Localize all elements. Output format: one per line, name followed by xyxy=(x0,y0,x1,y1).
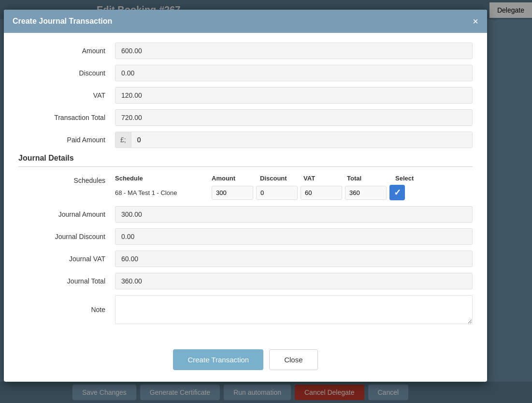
journal-vat-label: Journal VAT xyxy=(18,255,115,263)
journal-amount-label: Journal Amount xyxy=(18,210,115,218)
schedule-header-total: Total xyxy=(347,175,395,182)
modal-title: Create Journal Transaction xyxy=(13,17,112,26)
schedule-header-vat: VAT xyxy=(303,175,347,182)
amount-row: Amount xyxy=(18,43,473,59)
amount-input[interactable] xyxy=(115,43,473,59)
schedule-discount-input[interactable] xyxy=(256,186,298,200)
schedule-data-row: 68 - MA Test 1 - Clone ✓ xyxy=(115,185,473,200)
journal-amount-input[interactable] xyxy=(115,206,473,223)
vat-input[interactable] xyxy=(115,87,473,104)
modal-close-button[interactable]: × xyxy=(473,16,478,26)
paid-amount-prefix: £; xyxy=(115,132,131,148)
journal-vat-row: Journal VAT xyxy=(18,251,473,267)
paid-amount-input[interactable] xyxy=(131,132,472,148)
journal-discount-row: Journal Discount xyxy=(18,228,473,245)
vat-label: VAT xyxy=(18,91,115,99)
note-row: Note xyxy=(18,295,473,324)
journal-vat-input[interactable] xyxy=(115,251,473,267)
schedule-header-amount: Amount xyxy=(212,175,260,182)
note-label: Note xyxy=(18,306,115,313)
create-journal-transaction-modal: Create Journal Transaction × Amount Disc… xyxy=(4,10,487,382)
vat-row: VAT xyxy=(18,87,473,104)
note-textarea[interactable] xyxy=(115,295,473,324)
close-button[interactable]: Close xyxy=(269,349,317,370)
transaction-total-row: Transaction Total xyxy=(18,109,473,126)
paid-amount-label: Paid Amount xyxy=(18,136,115,144)
schedule-amount-input[interactable] xyxy=(212,186,253,200)
journal-details-title: Journal Details xyxy=(18,154,473,163)
schedule-header-schedule: Schedule xyxy=(115,175,212,182)
discount-label: Discount xyxy=(18,69,115,77)
modal-body: Amount Discount VAT Transaction Total Pa… xyxy=(4,33,487,340)
schedules-row: Schedules Schedule Amount Discount VAT T… xyxy=(18,175,473,200)
modal-header: Create Journal Transaction × xyxy=(4,10,487,33)
paid-amount-wrapper: £; xyxy=(115,132,473,148)
journal-total-row: Journal Total xyxy=(18,273,473,289)
schedule-vat-input[interactable] xyxy=(301,186,342,200)
section-divider-line xyxy=(18,166,473,167)
journal-details-section: Journal Details xyxy=(18,154,473,167)
journal-total-input[interactable] xyxy=(115,273,473,289)
create-transaction-button[interactable]: Create Transaction xyxy=(173,349,263,370)
schedule-header-discount: Discount xyxy=(260,175,303,182)
transaction-total-input[interactable] xyxy=(115,109,473,126)
paid-amount-row: Paid Amount £; xyxy=(18,132,473,148)
schedule-header-select: Select xyxy=(395,175,429,182)
journal-discount-label: Journal Discount xyxy=(18,233,115,240)
journal-total-label: Journal Total xyxy=(18,277,115,285)
journal-discount-input[interactable] xyxy=(115,228,473,245)
schedules-label: Schedules xyxy=(18,175,115,184)
checkmark-icon: ✓ xyxy=(394,187,401,198)
discount-input[interactable] xyxy=(115,65,473,81)
schedule-select-checkbox[interactable]: ✓ xyxy=(389,185,405,200)
schedules-table: Schedule Amount Discount VAT Total Selec… xyxy=(115,175,473,200)
schedule-total-input[interactable] xyxy=(345,186,387,200)
amount-label: Amount xyxy=(18,47,115,55)
schedule-name: 68 - MA Test 1 - Clone xyxy=(115,189,212,196)
modal-footer: Create Transaction Close xyxy=(4,340,487,382)
schedules-table-header: Schedule Amount Discount VAT Total Selec… xyxy=(115,175,473,182)
journal-amount-row: Journal Amount xyxy=(18,206,473,223)
discount-row: Discount xyxy=(18,65,473,81)
transaction-total-label: Transaction Total xyxy=(18,114,115,121)
